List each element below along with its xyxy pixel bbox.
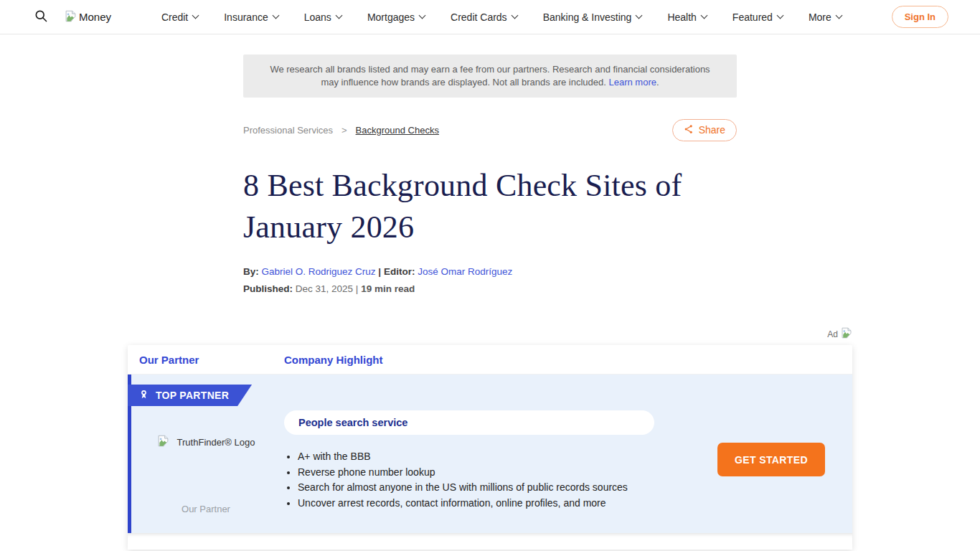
logo-alt-text: Money — [79, 11, 111, 23]
our-partner-column-header: Our Partner — [128, 354, 284, 366]
chevron-down-icon — [511, 12, 518, 19]
chevron-down-icon — [776, 12, 783, 19]
highlight-bullet: Search for almost anyone in the US with … — [298, 482, 654, 493]
breadcrumb-current-link[interactable]: Background Checks — [356, 125, 439, 136]
published-date: Dec 31, 2025 — [296, 283, 353, 294]
nav-item-mortgages[interactable]: Mortgages — [367, 11, 425, 23]
our-partner-caption: Our Partner — [128, 504, 284, 514]
card-header-row: Our Partner Company Highlight — [128, 345, 852, 374]
published-separator: | — [356, 283, 359, 294]
chevron-down-icon — [419, 12, 426, 19]
top-partner-row: TOP PARTNER TruthFinder® Log — [128, 374, 852, 533]
breadcrumb-separator: > — [341, 125, 347, 136]
broken-image-icon — [157, 435, 169, 449]
partner-table-section: Ad Our Partner Company Highlight — [128, 328, 852, 550]
page-title: 8 Best Background Check Sites of January… — [243, 165, 737, 248]
sign-in-button[interactable]: Sign In — [892, 6, 948, 28]
highlight-bullet: Uncover arrest records, contact informat… — [298, 498, 654, 509]
published-label: Published: — [243, 283, 293, 294]
share-icon — [684, 124, 694, 136]
get-started-button[interactable]: GET STARTED — [717, 443, 825, 476]
nav-item-loans[interactable]: Loans — [304, 11, 341, 23]
nav-item-featured[interactable]: Featured — [732, 11, 783, 23]
top-partner-label: TOP PARTNER — [156, 390, 229, 401]
main-menu: Credit Insurance Loans Mortgages Credit … — [111, 11, 892, 23]
published-line: Published: Dec 31, 2025 | 19 min read — [243, 283, 737, 294]
read-time: 19 min read — [361, 283, 415, 294]
search-icon — [34, 9, 48, 25]
chevron-down-icon — [636, 12, 643, 19]
learn-more-link[interactable]: Learn more — [608, 77, 656, 88]
highlight-tag: People search service — [284, 410, 654, 435]
company-highlight-column: People search service A+ with the BBB Re… — [284, 410, 690, 533]
editor-label: Editor: — [384, 266, 415, 277]
partner-logo-column: TruthFinder® Logo Our Partner — [128, 410, 284, 533]
top-partner-badge: TOP PARTNER — [128, 385, 252, 406]
nav-item-insurance[interactable]: Insurance — [224, 11, 278, 23]
search-button[interactable] — [32, 8, 50, 27]
nav-item-credit[interactable]: Credit — [161, 11, 198, 23]
byline: By: Gabriel O. Rodriguez Cruz | Editor: … — [243, 266, 737, 277]
share-button[interactable]: Share — [672, 119, 737, 141]
chevron-down-icon — [700, 12, 707, 19]
next-partner-row-partial — [128, 533, 852, 550]
chevron-down-icon — [192, 12, 199, 19]
ad-broken-image-icon[interactable] — [841, 327, 852, 341]
partner-logo-alt-text: TruthFinder® Logo — [177, 437, 255, 448]
top-navigation: Money Credit Insurance Loans Mortgages C… — [0, 0, 980, 34]
nav-item-credit-cards[interactable]: Credit Cards — [451, 11, 517, 23]
author-link[interactable]: Gabriel O. Rodriguez Cruz — [262, 266, 376, 277]
cta-column: GET STARTED — [690, 410, 852, 533]
article-column: We research all brands listed and may ea… — [243, 55, 737, 294]
chevron-down-icon — [835, 12, 842, 19]
partner-comparison-card: Our Partner Company Highlight TOP PARTNE… — [128, 345, 852, 550]
breadcrumb-row: Professional Services > Background Check… — [243, 118, 737, 141]
chevron-down-icon — [272, 12, 279, 19]
by-label: By: — [243, 266, 259, 277]
highlight-bullet: A+ with the BBB — [298, 451, 654, 462]
nav-item-more[interactable]: More — [809, 11, 842, 23]
chevron-down-icon — [335, 12, 342, 19]
ad-label-row: Ad — [128, 328, 852, 340]
ad-label: Ad — [827, 329, 838, 339]
highlight-bullet: Reverse phone number lookup — [298, 467, 654, 478]
nav-item-banking-investing[interactable]: Banking & Investing — [543, 11, 642, 23]
breadcrumb: Professional Services > Background Check… — [243, 125, 439, 136]
partner-logo[interactable]: TruthFinder® Logo — [128, 435, 284, 449]
share-label: Share — [699, 124, 725, 136]
medal-icon — [138, 389, 149, 402]
editor-link[interactable]: José Omar Rodríguez — [418, 266, 512, 277]
company-highlight-column-header: Company Highlight — [284, 354, 383, 366]
highlight-bullet-list: A+ with the BBB Reverse phone number loo… — [284, 451, 654, 508]
advertiser-disclosure: We research all brands listed and may ea… — [243, 55, 737, 98]
broken-image-icon — [65, 10, 77, 24]
nav-item-health[interactable]: Health — [667, 11, 706, 23]
money-logo[interactable]: Money — [65, 10, 111, 24]
breadcrumb-parent-link[interactable]: Professional Services — [243, 125, 333, 136]
byline-separator: | — [378, 266, 381, 277]
